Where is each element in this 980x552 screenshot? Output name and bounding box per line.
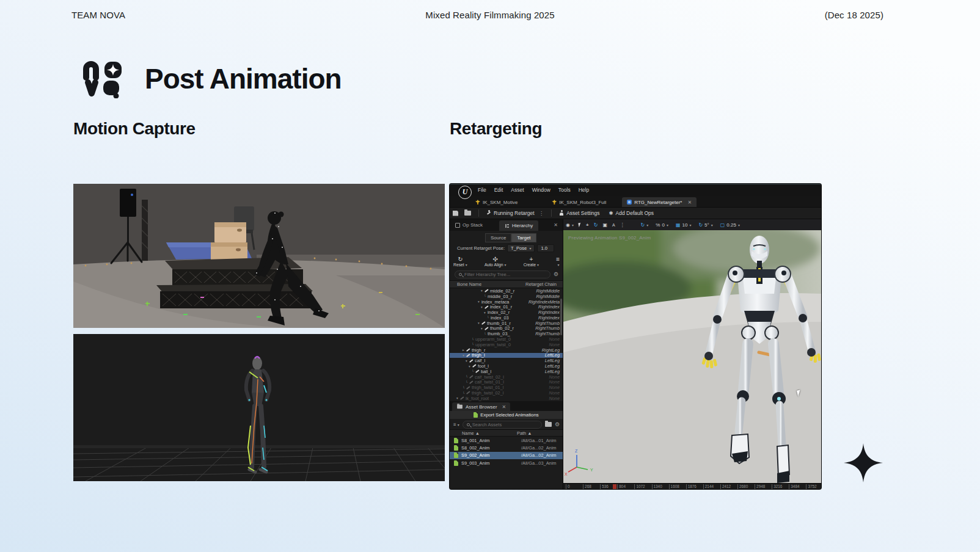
select-tool-icon[interactable] xyxy=(579,223,581,227)
bone-row-index_metaca[interactable]: ▾index_metacaRightIndexMeta xyxy=(450,299,563,305)
percent-snap-icon[interactable]: %0▾ xyxy=(656,222,668,228)
rotate-tool-icon[interactable]: ↻ xyxy=(594,222,598,228)
col-retarget-chain[interactable]: Retarget Chain xyxy=(525,281,557,287)
create-button[interactable]: +Create▾ xyxy=(524,256,539,267)
frame-label: 3752 xyxy=(806,484,816,489)
expand-arrow-icon[interactable]: ▾ xyxy=(481,305,485,309)
grid-snap-icon[interactable]: ▦10▾ xyxy=(676,222,691,228)
retarget-chain-value: None xyxy=(549,385,560,390)
menu-asset[interactable]: Asset xyxy=(511,187,524,193)
auto-align-icon: ✣ xyxy=(493,256,498,263)
col-name[interactable]: Name ▲ xyxy=(450,430,517,436)
ue-tab-ik-skm-motive[interactable]: IK_SKM_Motive xyxy=(470,197,522,207)
bone-row-thumb_03_[interactable]: └thumb_03_RightThumb xyxy=(450,331,563,336)
angle-snap-icon[interactable]: ↻5°▾ xyxy=(698,222,712,228)
tab-hierarchy[interactable]: Hierarchy xyxy=(499,220,538,231)
save-button[interactable] xyxy=(453,211,458,216)
bone-row-thigh_l[interactable]: ▾thigh_lLeftLeg xyxy=(450,353,563,358)
bone-row-thigh_r[interactable]: ▸thigh_rRightLeg xyxy=(450,347,563,353)
asset-row-S9_002_Anim[interactable]: S9_002_Anim/All/Ga...02_Anim xyxy=(450,452,563,459)
move-tool-icon[interactable]: + xyxy=(586,222,589,228)
bone-row-ik_foot_root[interactable]: ▾ik_foot_rootNone xyxy=(450,396,563,401)
tab-asset-browser[interactable]: Asset Browser ✕ xyxy=(452,402,510,411)
bone-row-thumb_02_r[interactable]: ▾thumb_02_rRightThumb xyxy=(450,326,563,332)
bone-row-thigh_twist_02_l[interactable]: └thigh_twist_02_lNone xyxy=(450,390,563,396)
expand-arrow-icon[interactable]: ▾ xyxy=(478,321,481,325)
running-retarget-button[interactable]: Running Retarget ⋮ xyxy=(486,210,544,216)
op-stack-icon xyxy=(455,223,460,228)
bone-row-upperarm_twist_0[interactable]: └upperarm_twist_0None xyxy=(450,342,563,347)
add-ops-icon: ✱ xyxy=(609,210,613,216)
close-asset-browser-icon[interactable]: ✕ xyxy=(502,404,506,410)
bone-row-thumb_01_r[interactable]: ▾thumb_01_rRightThumb xyxy=(450,321,563,326)
folder-view-icon[interactable] xyxy=(545,422,552,427)
menu-help[interactable]: Help xyxy=(579,187,589,193)
timeline-scrubber[interactable]: 0268536804107213401608187621442412268029… xyxy=(563,483,821,489)
menu-tools[interactable]: Tools xyxy=(558,187,571,193)
camera-options-icon[interactable]: ◉▾ xyxy=(566,222,574,228)
bone-row-foot_l[interactable]: ▾foot_lLeftLeg xyxy=(450,363,563,369)
export-icon xyxy=(474,412,478,418)
close-panel-icon[interactable]: ✕ xyxy=(554,222,558,228)
menu-file[interactable]: File xyxy=(478,187,486,193)
expand-arrow-icon[interactable]: ▾ xyxy=(463,354,466,357)
add-default-ops-button[interactable]: ✱ Add Default Ops xyxy=(609,210,654,216)
menu-window[interactable]: Window xyxy=(532,187,550,193)
retarget-chain-value: RightIndex xyxy=(538,310,560,315)
asset-row-S8_002_Anim[interactable]: S8_002_Anim/All/Ga...02_Anim xyxy=(450,444,563,451)
bone-row-thigh_twist_01_l[interactable]: └thigh_twist_01_lNone xyxy=(450,385,563,390)
tree-scrollbar[interactable] xyxy=(560,299,562,335)
bone-row-calf_twist_01_l[interactable]: └calf_twist_01_lNone xyxy=(450,380,563,385)
asset-row-S8_001_Anim[interactable]: S8_001_Anim/All/Ga...01_Anim xyxy=(450,437,563,444)
source-button[interactable]: Source xyxy=(485,233,511,242)
ue-tab-ik-skm-robot3-full[interactable]: IK_SKM_Robot3_Full xyxy=(547,197,611,207)
search-assets-input[interactable]: Search Assets xyxy=(463,421,542,429)
asset-row-S9_003_Anim[interactable]: S9_003_Anim/All/Ga...03_Anim xyxy=(450,459,563,467)
filter-icon[interactable]: ≡▾ xyxy=(453,422,459,427)
bone-row-index_03[interactable]: └index_03RightIndex xyxy=(450,315,563,321)
target-button[interactable]: Target xyxy=(511,233,536,242)
asset-settings-button[interactable]: Asset Settings xyxy=(559,210,599,216)
bone-row-upperarm_twist_0[interactable]: └upperarm_twist_0None xyxy=(450,336,563,342)
bone-row-calf_l[interactable]: ▾calf_lLeftLeg xyxy=(450,358,563,363)
col-path[interactable]: Path ▲ xyxy=(517,430,563,436)
retarget-chain-value: RightIndex xyxy=(538,315,560,321)
expand-arrow-icon[interactable]: ▾ xyxy=(466,359,469,363)
rotate-snap-icon[interactable]: ↻▾ xyxy=(641,222,649,228)
tab-op-stack[interactable]: Op Stack xyxy=(450,219,488,231)
bone-row-index_02_r[interactable]: ▾index_02_rRightIndex xyxy=(450,310,563,315)
bone-row-ball_l[interactable]: └ball_lLeftLeg xyxy=(450,369,563,374)
playhead-marker[interactable] xyxy=(613,484,616,489)
3d-viewport[interactable]: ◉▾ + ↻ ▣ A ⋮ ↻▾%0▾▦10▾↻5°▾▢0.25▾ xyxy=(563,219,821,483)
bone-icon xyxy=(469,375,474,379)
toolbar-more-icon[interactable]: ⋮ xyxy=(620,222,625,228)
filter-hierarchy-input[interactable]: Filter Hierarchy Tree... xyxy=(455,271,550,278)
ue-toolbar: Running Retarget ⋮ Asset Settings ✱ Add … xyxy=(450,207,821,219)
close-tab-icon[interactable]: ✕ xyxy=(687,200,692,205)
expand-arrow-icon[interactable]: ▸ xyxy=(463,348,466,352)
expand-arrow-icon[interactable]: ▾ xyxy=(456,396,460,400)
bone-row-calf_twist_02_l[interactable]: └calf_twist_02_lNone xyxy=(450,374,563,380)
bone-row-middle_02_r[interactable]: ▾middle_02_rRightMiddle xyxy=(450,288,563,294)
reset-button[interactable]: ↻Reset▾ xyxy=(453,256,467,267)
pose-weight-input[interactable]: 1.0 xyxy=(537,244,554,252)
reset-icon: ↻ xyxy=(458,256,463,263)
scale-tool-icon[interactable]: ▣ xyxy=(602,222,607,228)
scale-snap-icon[interactable]: ▢0.25▾ xyxy=(720,222,740,228)
tree-settings-icon[interactable]: ⚙ xyxy=(554,271,558,277)
ue-tab-rtg-newretargeter-[interactable]: RTG_NewRetargeter*✕ xyxy=(622,197,697,207)
more-options-icon[interactable]: ⋮ xyxy=(539,210,544,216)
export-selected-animations-button[interactable]: Export Selected Animations xyxy=(450,411,563,419)
browse-button[interactable] xyxy=(464,211,471,216)
pose-dropdown[interactable]: T_Pose ▾ xyxy=(507,244,535,252)
panel-menu-button[interactable]: ≡▾ xyxy=(556,256,560,267)
asset-settings-icon[interactable]: ⚙ xyxy=(555,421,560,427)
expand-arrow-icon[interactable]: ▾ xyxy=(481,327,485,330)
auto-align-button[interactable]: ✣Auto Align▾ xyxy=(485,256,506,267)
nova-logo-icon xyxy=(81,60,126,98)
ruler-icon[interactable]: A xyxy=(612,223,615,227)
bone-row-index_01_r[interactable]: ▾index_01_rRightIndex xyxy=(450,304,563,310)
menu-edit[interactable]: Edit xyxy=(494,187,503,193)
bone-row-middle_03_r[interactable]: └middle_03_rRightMiddle xyxy=(450,294,563,299)
col-bone-name[interactable]: Bone Name xyxy=(457,281,481,287)
